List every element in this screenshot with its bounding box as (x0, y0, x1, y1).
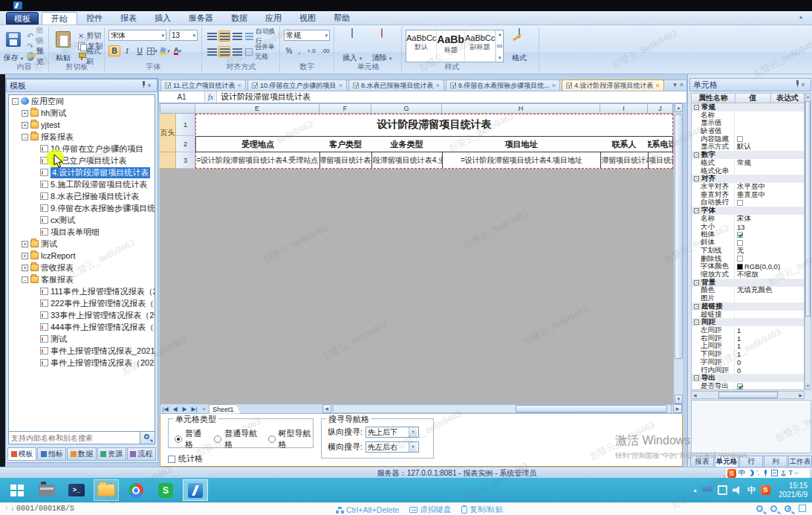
collapse-icon[interactable]: − (694, 152, 699, 158)
merge-cells-button[interactable]: 合并单元格 (245, 47, 279, 57)
property-value[interactable]: 13 (735, 223, 804, 231)
font-name-select[interactable]: 宋体▾ (108, 30, 166, 41)
stats-cell-checkbox[interactable]: 统计格 (168, 453, 203, 464)
sheet-corner-cell[interactable] (160, 103, 195, 114)
document-tab[interactable]: 9.停留在水表报验步骤项目统...× (446, 80, 560, 91)
align-center-button[interactable] (218, 46, 230, 57)
property-value[interactable] (735, 232, 804, 238)
sogou-icon[interactable]: S (727, 469, 736, 478)
font-size-select[interactable]: 13▾ (169, 30, 198, 41)
ribbon-tab[interactable]: 应用 (256, 12, 290, 25)
server-manager-button[interactable] (34, 479, 59, 501)
left-tab-资源[interactable]: 资源 (97, 447, 126, 461)
tree-item[interactable]: cx测试 (9, 214, 155, 226)
tree-item[interactable]: 111事件上报管理情况报表（2021年1月） (9, 285, 155, 297)
col-value[interactable]: 值 (735, 93, 771, 103)
column-header-H[interactable]: H (442, 103, 600, 114)
checkbox-icon[interactable] (737, 136, 743, 142)
tree-item[interactable]: +hh测试 (9, 107, 155, 119)
ribbon-tab[interactable]: 视图 (290, 12, 325, 25)
tree-item[interactable]: 11.已立户项目统计表 (9, 155, 155, 166)
cell-type-radio-普通导航格[interactable]: 普通导航格 (214, 428, 259, 450)
ribbon-tab[interactable]: 数据 (222, 12, 256, 25)
close-panel-icon[interactable]: × (799, 80, 808, 89)
sheet-horizontal-scrollbar[interactable] (333, 404, 672, 413)
border-button[interactable]: ▾ (146, 45, 158, 56)
soft-keyboard-icon[interactable] (771, 470, 778, 476)
tree-item[interactable]: 项目表单明细 (9, 226, 155, 238)
zoom-out-icon[interactable]: - (756, 505, 763, 512)
left-tab-流程[interactable]: 流程 (127, 447, 156, 461)
formula-input[interactable]: 设计阶段滞留项目统计表 (217, 91, 311, 103)
fx-icon[interactable]: fx (205, 91, 217, 103)
style-gallery-scroll[interactable]: ▲▼ (496, 30, 503, 62)
tab-list-dropdown-icon[interactable]: ▾ (673, 81, 677, 88)
tree-item[interactable]: 222事件上报管理情况报表（2021年1月）1 (9, 297, 155, 309)
green-s-app-button[interactable]: S (153, 479, 178, 501)
tree-item[interactable]: -应用空间 (9, 95, 155, 107)
column-header-I[interactable]: I (600, 103, 648, 114)
fill-color-button[interactable]: ▾ (159, 45, 171, 56)
property-value[interactable] (735, 200, 804, 206)
document-tab[interactable]: 11.已立户项目统计表× (160, 80, 246, 91)
formula-cell[interactable]: =设计阶段滞留项目统计表4.项目地址 (442, 152, 600, 169)
collapse-icon[interactable]: − (694, 280, 699, 285)
sheet-nav-next-icon[interactable]: ▶ (180, 406, 189, 412)
powershell-button[interactable]: >_ (64, 479, 89, 501)
save-button[interactable]: 保存 ▾ (1, 29, 26, 63)
property-value[interactable]: 1 (735, 350, 804, 358)
region-label-empty[interactable] (160, 152, 176, 169)
document-tab[interactable]: 4.设计阶段滞留项目统计表× (562, 80, 664, 91)
tree-expander-icon[interactable]: - (22, 276, 28, 283)
ribbon-tab[interactable]: 开始 (42, 12, 77, 25)
tree-item[interactable]: 33事件上报管理情况报表（2021年1月） (9, 309, 155, 321)
ctrl-alt-delete-button[interactable]: Ctrl+Alt+Delete (336, 505, 399, 514)
preview-button[interactable]: 预览 (27, 51, 48, 62)
header-cell[interactable]: 联系电话 (648, 136, 673, 152)
right-tab-工作表[interactable]: 工作表 (788, 456, 812, 467)
increase-decimal-button[interactable]: +.0 (305, 45, 318, 56)
scroll-down-icon[interactable]: ▼ (805, 383, 811, 389)
tree-item[interactable]: +lczReport (9, 250, 155, 262)
comma-button[interactable]: , (295, 45, 304, 56)
col-expression[interactable]: 表达式 (771, 93, 805, 103)
clear-cells-button[interactable]: 清除 ▾ (369, 29, 394, 63)
sheet-add-icon[interactable]: + (199, 406, 209, 412)
style-preset[interactable]: AaBb标题 (437, 30, 465, 62)
italic-button[interactable]: I (121, 45, 133, 56)
network-warning-icon[interactable] (718, 485, 727, 495)
tree-expander-icon[interactable]: + (22, 110, 28, 117)
tree-item[interactable]: -客服报表 (9, 273, 155, 285)
document-tab[interactable]: 10.停留在立户步骤的项目× (247, 80, 347, 91)
search-input[interactable] (8, 431, 140, 444)
skin-icon[interactable]: T (789, 470, 793, 476)
bold-button[interactable]: B (108, 45, 120, 56)
tree-item[interactable]: 9.停留在水表报验步骤项目统计清单 (9, 202, 155, 214)
file-explorer-button[interactable] (94, 479, 119, 501)
row-header-2[interactable]: 2 (176, 136, 195, 152)
number-format-select[interactable]: 常规▾ (284, 30, 330, 41)
cell-type-radio-普通格[interactable]: 普通格 (175, 428, 205, 450)
tree-item[interactable]: 10.停留在立户步骤的项目 (9, 143, 155, 155)
right-tab-行[interactable]: 行 (739, 456, 763, 467)
search-button[interactable] (140, 431, 155, 444)
style-preset[interactable]: AaBbCc副标题 (465, 30, 496, 62)
cell-type-radio-树型导航格[interactable]: 树型导航格 (268, 428, 313, 450)
cut-button[interactable]: ✕剪切 (78, 30, 101, 41)
formula-cell[interactable]: =设计阶段滞留项目统计表4.联系人 (600, 152, 648, 169)
ribbon-tab[interactable]: 插入 (146, 12, 180, 25)
property-value[interactable]: 0 (735, 358, 804, 366)
collapse-icon[interactable]: − (694, 320, 699, 325)
cell-reference-box[interactable]: A1 (159, 91, 205, 103)
chrome-button[interactable] (123, 479, 149, 501)
header-cell[interactable]: 客户类型 (319, 136, 371, 152)
ime-language-indicator[interactable]: 中 (738, 468, 745, 478)
zoom-reset-icon[interactable] (770, 505, 777, 512)
close-tab-icon[interactable]: × (655, 82, 659, 89)
app-menu-button[interactable]: 模板 (6, 12, 39, 25)
tree-item[interactable]: +测试 (9, 238, 155, 250)
tree-item[interactable]: 444事件上报管理情况报表（2021年1月） (9, 321, 155, 333)
account-icon[interactable] (780, 470, 787, 476)
tray-sogou-icon[interactable]: S (761, 485, 770, 495)
tree-item[interactable]: 事件上报管理情况报表（2021年1月） (9, 357, 155, 369)
